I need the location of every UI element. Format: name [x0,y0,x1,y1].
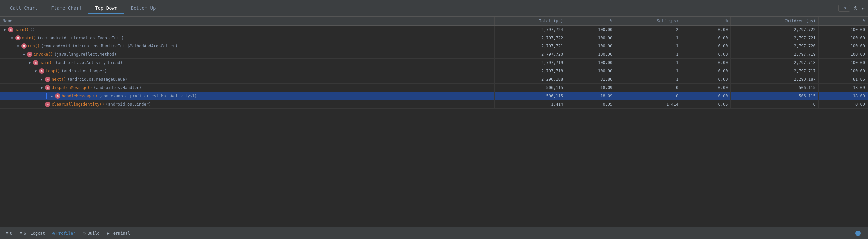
col-header-total-pct[interactable]: % [566,17,615,26]
bottom-bar: ≡0≡6: Logcat◷Profiler⟳Build▶Terminal [0,227,868,239]
btn-label-profiler: Profiler [56,231,75,236]
selection-bar [46,93,47,99]
table-row[interactable]: ▶mnext() (android.os.MessageQueue)2,290,… [0,75,868,84]
col-header-children-pct[interactable]: % [818,17,868,26]
total-cell-2: 2,797,721 [494,42,566,50]
expand-arrow[interactable]: ▼ [28,61,32,65]
btn-label-logcat: 6: Logcat [24,231,45,236]
children-cell-9: 0 [731,100,818,109]
table-row[interactable]: ▼minvoke() (java.lang.reflect.Method)2,7… [0,50,868,59]
self-pct-cell-7: 0.00 [681,84,731,92]
self-pct-cell-0: 0.00 [681,26,731,34]
self-cell-2: 1 [615,42,681,50]
btn-label-build: Build [88,231,100,236]
method-name: loop() [46,69,60,73]
btn-icon-terminal-0: ≡ [6,231,9,236]
table-row[interactable]: ▼mmain() (android.app.ActivityThread)2,7… [0,59,868,67]
table-row[interactable]: ▼mrun() (com.android.internal.os.Runtime… [0,42,868,50]
method-name: main() [22,35,36,40]
name-cell-6: ▶mnext() (android.os.MessageQueue) [0,75,494,84]
col-header-name[interactable]: Name [0,17,494,26]
expand-arrow[interactable]: ▼ [3,28,7,31]
tab-top-down[interactable]: Top Down [89,3,124,14]
table-header: NameTotal (μs)%Self (μs)%Children (μs)% [0,17,868,26]
event-log-button[interactable] [852,229,865,237]
table-row[interactable]: ▼mmain() ()2,797,724100.0020.002,797,722… [0,26,868,34]
total-cell-4: 2,797,719 [494,59,566,67]
name-cell-1: ▼mmain() (com.android.internal.os.Zygote… [0,34,494,42]
bottom-btn-profiler[interactable]: ◷Profiler [49,229,79,237]
self-cell-8: 0 [615,92,681,100]
children-cell-2: 2,797,720 [731,42,818,50]
col-header-self-pct[interactable]: % [681,17,731,26]
time-selector[interactable]: ▼ [838,5,850,11]
table-body: ▼mmain() ()2,797,724100.0020.002,797,722… [0,26,868,109]
btn-icon-profiler: ◷ [52,231,55,236]
name-cell-7: ▼mdispatchMessage() (android.os.Handler) [0,84,494,92]
dropdown-arrow-icon[interactable]: ▼ [844,6,846,10]
method-badge: m [15,35,21,41]
self-pct-cell-2: 0.00 [681,42,731,50]
expand-arrow[interactable]: ▼ [34,70,38,73]
tab-bottom-up[interactable]: Bottom Up [124,3,162,14]
col-header-self[interactable]: Self (μs) [615,17,681,26]
class-name: (android.app.ActivityThread) [55,60,122,65]
method-badge: m [33,60,38,65]
children-cell-6: 2,290,187 [731,75,818,84]
total-pct-cell-0: 100.00 [566,26,615,34]
table-row[interactable]: ▶mhandleMessage() (com.example.profilert… [0,92,868,100]
tab-call-chart[interactable]: Call Chart [3,3,44,14]
self-pct-cell-3: 0.00 [681,50,731,59]
bottom-btn-logcat[interactable]: ≡6: Logcat [16,229,49,237]
name-cell-2: ▼mrun() (com.android.internal.os.Runtime… [0,42,494,50]
tab-flame-chart[interactable]: Flame Chart [44,3,89,14]
col-header-children[interactable]: Children (μs) [731,17,818,26]
children-pct-cell-8: 18.09 [818,92,868,100]
btn-label-terminal-0: 0 [10,231,12,236]
total-cell-1: 2,797,722 [494,34,566,42]
expand-arrow[interactable]: ▼ [40,86,44,90]
total-cell-9: 1,414 [494,100,566,109]
expand-arrow[interactable]: ▼ [22,53,26,56]
class-name: (com.example.profilertest.MainActivity$1… [99,94,197,98]
profiler-table-container: NameTotal (μs)%Self (μs)%Children (μs)% … [0,17,868,227]
method-name: run() [28,44,40,49]
bottom-buttons: ≡0≡6: Logcat◷Profiler⟳Build▶Terminal [3,229,133,237]
btn-label-terminal: Terminal [111,231,130,236]
bottom-btn-terminal-0[interactable]: ≡0 [3,229,16,237]
method-name: handleMessage() [62,94,97,98]
table-row[interactable]: ▼mmain() (com.android.internal.os.Zygote… [0,34,868,42]
self-cell-6: 1 [615,75,681,84]
table-row[interactable]: mclearCallingIdentity() (android.os.Bind… [0,100,868,109]
bottom-btn-build[interactable]: ⟳Build [80,229,103,237]
total-cell-5: 2,797,718 [494,67,566,75]
col-header-total[interactable]: Total (μs) [494,17,566,26]
children-cell-1: 2,797,721 [731,34,818,42]
name-cell-8: ▶mhandleMessage() (com.example.profilert… [0,92,494,100]
total-cell-8: 506,115 [494,92,566,100]
self-pct-cell-4: 0.00 [681,59,731,67]
method-badge: m [55,93,60,99]
expand-arrow[interactable]: ▼ [10,36,14,40]
class-name: (com.android.internal.os.RuntimeInit$Met… [41,44,178,49]
method-badge: m [8,27,13,32]
btn-icon-logcat: ≡ [20,231,22,236]
table-row[interactable]: ▼mloop() (android.os.Looper)2,797,718100… [0,67,868,75]
expand-icon: ↔ [862,6,865,11]
children-pct-cell-4: 100.00 [818,59,868,67]
bottom-btn-terminal[interactable]: ▶Terminal [104,229,133,237]
expand-arrow[interactable]: ▶ [40,78,44,81]
total-cell-3: 2,797,720 [494,50,566,59]
children-cell-7: 506,115 [731,84,818,92]
self-pct-cell-1: 0.00 [681,34,731,42]
children-cell-0: 2,797,722 [731,26,818,34]
time-range: ⏱ ↔ [854,6,865,11]
name-cell-5: ▼mloop() (android.os.Looper) [0,67,494,75]
expand-arrow[interactable]: ▼ [16,45,20,48]
expand-arrow[interactable]: ▶ [50,94,54,98]
children-cell-4: 2,797,718 [731,59,818,67]
total-cell-0: 2,797,724 [494,26,566,34]
method-badge: m [27,52,32,57]
children-pct-cell-3: 100.00 [818,50,868,59]
table-row[interactable]: ▼mdispatchMessage() (android.os.Handler)… [0,84,868,92]
